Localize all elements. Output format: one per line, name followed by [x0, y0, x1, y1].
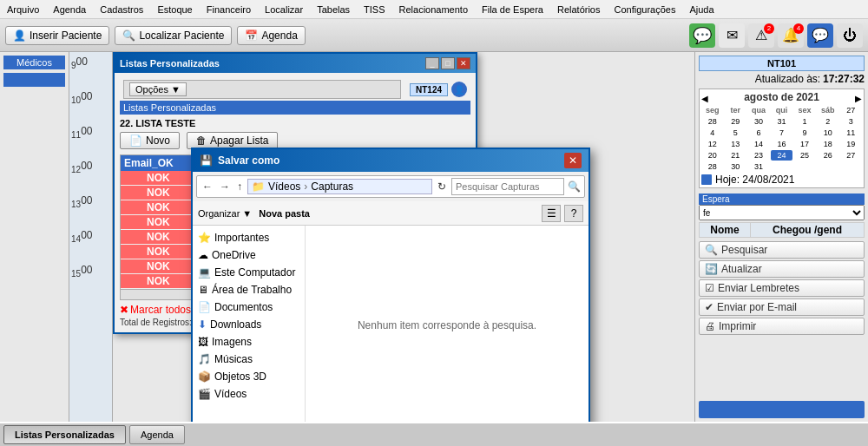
menu-configuracoes[interactable]: Configurações	[610, 3, 679, 16]
close-button[interactable]: ✕	[457, 57, 470, 69]
cal-day[interactable]: 25	[793, 150, 816, 161]
cal-day[interactable]: 31	[771, 116, 793, 127]
cal-day[interactable]: 30	[747, 116, 770, 127]
cal-day[interactable]: 12	[701, 139, 724, 149]
file-sidebar-item[interactable]: 📄 Documentos	[193, 298, 305, 316]
localizar-paciente-button[interactable]: 🔍 Localizar Paciente	[115, 26, 232, 45]
cal-day[interactable]: 30	[725, 161, 747, 172]
inserir-paciente-button[interactable]: 👤 Inserir Paciente	[5, 26, 109, 45]
view-list-button[interactable]: ☰	[542, 205, 561, 222]
cal-day[interactable]: 19	[839, 139, 862, 149]
exit-icon[interactable]: ⏻	[837, 23, 863, 48]
refresh-button[interactable]: ↻	[436, 180, 448, 193]
enviar-lembretes-link[interactable]: ☑ Enviar Lembretes	[699, 279, 865, 297]
up-button[interactable]: ↑	[235, 180, 244, 193]
organizar-button[interactable]: Organizar ▼	[198, 208, 252, 219]
menu-fila[interactable]: Fila de Espera	[478, 3, 547, 16]
file-sidebar-item[interactable]: 🖼 Imagens	[193, 333, 305, 351]
cal-day[interactable]: 26	[817, 150, 839, 161]
cal-day[interactable]: 23	[747, 150, 770, 161]
cal-day[interactable]: 2	[817, 116, 839, 127]
menu-arquivo[interactable]: Arquivo	[3, 3, 43, 16]
apagar-lista-button[interactable]: 🗑 Apagar Lista	[187, 132, 278, 149]
user-badge-icon[interactable]: 👤	[451, 82, 467, 97]
cal-today[interactable]: 24	[771, 150, 793, 161]
cal-day[interactable]: 6	[747, 128, 770, 138]
cal-day[interactable]: 27	[839, 105, 862, 115]
cal-day[interactable]: 28	[701, 161, 724, 172]
taskbar-listas[interactable]: Listas Personalizadas	[3, 425, 126, 444]
opcoes-button[interactable]: Opções ▼	[129, 82, 187, 96]
menu-localizar[interactable]: Localizar	[261, 3, 306, 16]
cal-day[interactable]: 11	[839, 128, 862, 138]
agenda-label: Agenda	[261, 30, 297, 42]
menu-ajuda[interactable]: Ajuda	[686, 3, 717, 16]
cal-day[interactable]: 13	[725, 139, 747, 149]
back-button[interactable]: ←	[201, 180, 214, 193]
file-sidebar-item[interactable]: 💻 Este Computador	[193, 264, 305, 281]
espera-col-nome: Nome	[700, 223, 751, 238]
cell-email: NOK	[121, 186, 196, 200]
pesquisar-link[interactable]: 🔍 Pesquisar	[699, 241, 865, 259]
alert-icon[interactable]: ⚠ 2	[748, 23, 774, 48]
atualizar-link[interactable]: 🔄 Atualizar	[699, 260, 865, 278]
menu-relacionamento[interactable]: Relacionamento	[396, 3, 472, 16]
cal-day[interactable]: 1	[793, 116, 816, 127]
folder-label: Este Computador	[214, 266, 295, 279]
minimize-button[interactable]: _	[425, 57, 439, 69]
espera-col-chegou: Chegou /gend	[751, 223, 865, 238]
cal-day[interactable]: 14	[747, 139, 770, 149]
cal-day[interactable]: 18	[817, 139, 839, 149]
nova-pasta-button[interactable]: Nova pasta	[259, 208, 310, 219]
menu-cadastros[interactable]: Cadastros	[96, 3, 147, 16]
cal-day[interactable]: 27	[839, 150, 862, 161]
cal-day[interactable]: 3	[839, 116, 862, 127]
enviar-email-link[interactable]: ✔ Enviar por E-mail	[699, 298, 865, 316]
maximize-button[interactable]: □	[441, 57, 455, 69]
cal-next-button[interactable]: ▶	[855, 94, 862, 103]
file-sidebar-item[interactable]: ⭐ Importantes	[193, 229, 305, 246]
cal-day[interactable]: 20	[701, 150, 724, 161]
cal-day[interactable]: 5	[725, 128, 747, 138]
cal-day[interactable]: 9	[793, 128, 816, 138]
menu-financeiro[interactable]: Financeiro	[203, 3, 254, 16]
file-sidebar-item[interactable]: 🎬 Vídeos	[193, 385, 305, 403]
cal-day[interactable]: 28	[701, 116, 724, 127]
espera-dropdown[interactable]: fe	[699, 205, 865, 220]
chat-icon[interactable]: 💬	[807, 23, 833, 48]
taskbar-agenda[interactable]: Agenda	[129, 425, 185, 444]
menu-tabelas[interactable]: Tabelas	[313, 3, 353, 16]
save-dialog-close[interactable]: ✕	[564, 153, 582, 168]
file-sidebar-item[interactable]: 🖥 Área de Trabalho	[193, 281, 305, 298]
menu-agenda[interactable]: Agenda	[49, 3, 89, 16]
cal-day-sab: sáb	[817, 105, 839, 115]
cal-day[interactable]: 29	[725, 116, 747, 127]
time-12: 1200	[71, 158, 110, 193]
file-sidebar-item[interactable]: ⬇ Downloads	[193, 316, 305, 333]
file-sidebar-item[interactable]: ☁ OneDrive	[193, 246, 305, 264]
message-icon[interactable]: 💬	[689, 23, 715, 48]
cal-day[interactable]: 7	[771, 128, 793, 138]
email-icon[interactable]: ✉	[719, 23, 745, 48]
bell-icon[interactable]: 🔔 4	[778, 23, 804, 48]
cal-day[interactable]: 10	[817, 128, 839, 138]
cal-day	[839, 161, 862, 172]
cal-day[interactable]: 31	[747, 161, 770, 172]
file-sidebar-item[interactable]: 📦 Objetos 3D	[193, 368, 305, 385]
cal-day[interactable]: 21	[725, 150, 747, 161]
forward-button[interactable]: →	[218, 180, 232, 193]
folder-label: Objetos 3D	[214, 371, 266, 383]
view-help-button[interactable]: ?	[564, 205, 583, 222]
cal-day[interactable]: 4	[701, 128, 724, 138]
agenda-button[interactable]: 📅 Agenda	[237, 26, 305, 45]
novo-button[interactable]: 📄 Novo	[120, 132, 180, 149]
menu-estoque[interactable]: Estoque	[154, 3, 195, 16]
cal-day[interactable]: 17	[793, 139, 816, 149]
search-input[interactable]	[451, 178, 564, 195]
cal-day[interactable]: 16	[771, 139, 793, 149]
imprimir-link[interactable]: 🖨 Imprimir	[699, 318, 865, 335]
menu-relatorios[interactable]: Relatórios	[554, 3, 604, 16]
menu-tiss[interactable]: TISS	[360, 3, 388, 16]
cal-prev-button[interactable]: ◀	[701, 94, 708, 103]
file-sidebar-item[interactable]: 🎵 Músicas	[193, 351, 305, 368]
